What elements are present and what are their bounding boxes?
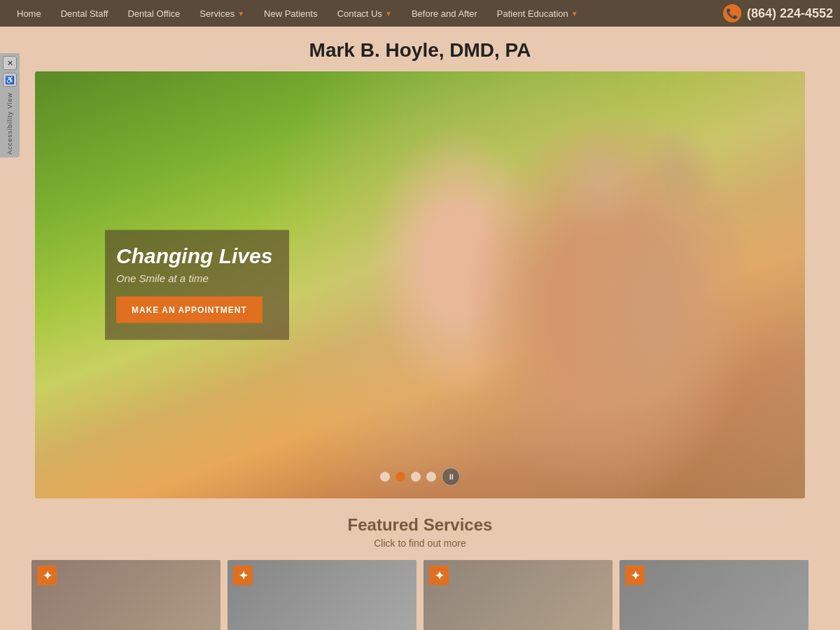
hero-slider: Changing Lives One Smile at a time MAKE … (35, 71, 805, 498)
service-card-2-badge: ✦ (233, 566, 253, 585)
service-card-3[interactable]: ✦ (424, 560, 612, 630)
nav-before-after[interactable]: Before and After (402, 0, 487, 27)
contact-arrow-icon: ▼ (385, 10, 392, 18)
phone-icon: 📞 (723, 4, 741, 22)
nav-dental-staff[interactable]: Dental Staff (51, 0, 118, 27)
slider-indicators: ⏸ (380, 468, 460, 486)
service-card-3-badge: ✦ (429, 566, 449, 585)
service-card-4-badge: ✦ (625, 566, 645, 585)
main-content: ✕ ♿ Accessibility View Mark B. Hoyle, DM… (0, 27, 840, 630)
service-cards: ✦ ✦ ✦ ✦ (0, 560, 840, 630)
page-title: Mark B. Hoyle, DMD, PA (0, 39, 840, 62)
services-arrow-icon: ▼ (237, 10, 244, 18)
nav-contact-us[interactable]: Contact Us ▼ (328, 0, 402, 27)
service-card-4[interactable]: ✦ (620, 560, 808, 630)
phone-section: 📞 (864) 224-4552 (723, 4, 833, 22)
slider-pause-button[interactable]: ⏸ (442, 468, 460, 486)
accessibility-panel: ✕ ♿ Accessibility View (0, 53, 20, 158)
hero-overlay: Changing Lives One Smile at a time MAKE … (105, 230, 289, 340)
hero-subtitle: One Smile at a time (116, 272, 272, 284)
close-accessibility-button[interactable]: ✕ (3, 56, 17, 70)
nav-home[interactable]: Home (7, 0, 51, 27)
featured-services-section: Featured Services Click to find out more (0, 498, 840, 560)
accessibility-label: Accessibility View (6, 92, 13, 155)
slide-dot-3[interactable] (411, 472, 421, 482)
patient-ed-arrow-icon: ▼ (571, 10, 578, 18)
hero-text-box: Changing Lives One Smile at a time MAKE … (105, 230, 289, 340)
navbar: Home Dental Staff Dental Office Services… (0, 0, 840, 27)
slide-dot-2[interactable] (396, 472, 405, 482)
nav-dental-office[interactable]: Dental Office (118, 0, 190, 27)
accessibility-person-button[interactable]: ♿ (3, 73, 17, 87)
phone-number[interactable]: (864) 224-4552 (747, 6, 833, 21)
service-card-1-badge: ✦ (37, 566, 57, 585)
nav-links: Home Dental Staff Dental Office Services… (7, 0, 723, 27)
hero-title: Changing Lives (116, 244, 272, 268)
page-title-section: Mark B. Hoyle, DMD, PA (0, 27, 840, 71)
nav-patient-education[interactable]: Patient Education ▼ (487, 0, 588, 27)
service-card-2[interactable]: ✦ (227, 560, 416, 630)
slide-dot-1[interactable] (380, 472, 390, 482)
featured-services-subtitle: Click to find out more (0, 538, 840, 549)
make-appointment-button[interactable]: MAKE AN APPOINTMENT (116, 297, 262, 323)
nav-services[interactable]: Services ▼ (190, 0, 254, 27)
nav-new-patients[interactable]: New Patients (254, 0, 328, 27)
featured-services-title: Featured Services (0, 515, 840, 535)
slide-dot-4[interactable] (426, 472, 436, 482)
service-card-1[interactable]: ✦ (31, 560, 220, 630)
